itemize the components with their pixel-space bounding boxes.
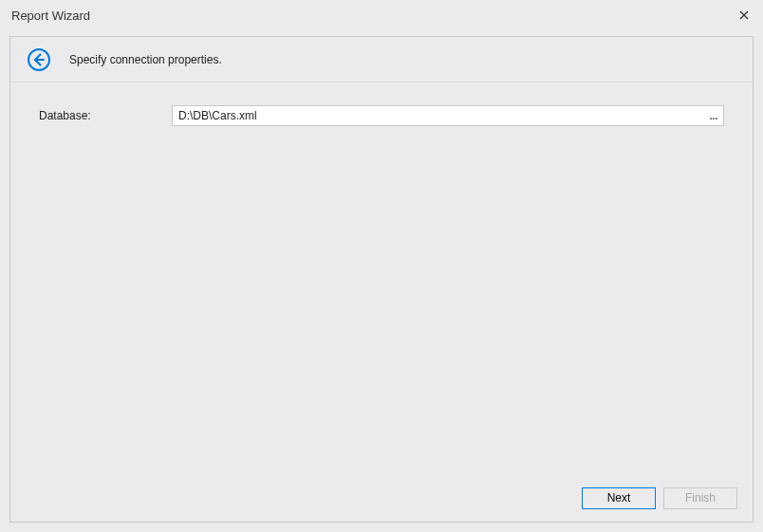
next-button-label: Next: [607, 491, 631, 504]
back-arrow-icon: [27, 47, 51, 72]
titlebar: Report Wizard: [0, 0, 763, 30]
content-frame: Specify connection properties. Database:…: [9, 36, 754, 523]
close-button[interactable]: [735, 6, 754, 25]
ellipsis-icon: ...: [710, 111, 717, 121]
next-button[interactable]: Next: [582, 487, 656, 509]
close-icon: [739, 10, 749, 20]
window-title: Report Wizard: [11, 9, 90, 23]
wizard-footer: Next Finish: [10, 482, 753, 522]
finish-button-label: Finish: [685, 491, 716, 504]
database-input-wrap: ...: [172, 105, 724, 126]
finish-button: Finish: [663, 487, 737, 509]
wizard-header: Specify connection properties.: [10, 37, 753, 83]
database-label: Database:: [39, 109, 172, 122]
wizard-subtitle: Specify connection properties.: [69, 53, 222, 66]
wizard-window: Report Wizard Specify connection propert…: [0, 0, 763, 532]
database-field-row: Database: ...: [39, 105, 724, 126]
database-input[interactable]: [172, 105, 724, 126]
back-button[interactable]: [26, 46, 52, 73]
browse-button[interactable]: ...: [704, 106, 723, 125]
wizard-body: Database: ...: [10, 83, 753, 482]
